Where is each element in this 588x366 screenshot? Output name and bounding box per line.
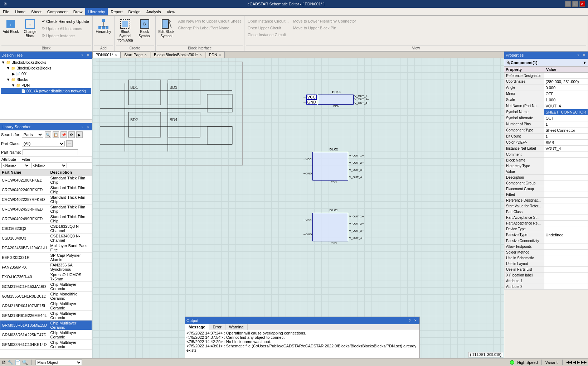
prop-value-cell[interactable] (544, 226, 588, 232)
menu-analysis[interactable]: Analysis (144, 8, 164, 15)
lib-table-row[interactable]: EEFGX0D331RSP-Cap/ Polymer Alumin (0, 253, 92, 263)
tree-arrow-001[interactable]: ▶ (11, 72, 16, 76)
tree-item-blocks[interactable]: ▼ 📁 Blocks (1, 77, 91, 82)
tab-pdn001-close[interactable]: ✕ (115, 53, 117, 57)
tree-item-pdn-001[interactable]: 📄 001 (A power distribution network) (1, 88, 91, 94)
part-class-more-icon[interactable]: ··· (66, 140, 73, 147)
tree-arrow-bbb[interactable]: ▼ (1, 60, 6, 64)
menu-file[interactable]: File (0, 8, 12, 15)
lib-table-row[interactable]: GRM033R61A225KE47DChip Multilayer Cerami… (0, 330, 92, 340)
prop-value-cell[interactable] (544, 278, 588, 284)
prop-value-cell[interactable]: 1 (544, 134, 588, 140)
tree-item-bbb-root[interactable]: ▼ 📁 BlocksBlocksBlocks (1, 59, 91, 65)
prop-value-cell[interactable]: VOUT_4 (544, 146, 588, 152)
prop-value-cell[interactable] (544, 175, 588, 180)
tree-arrow-blocks[interactable]: ▼ (6, 77, 11, 82)
output-tab-error[interactable]: Error (209, 324, 225, 330)
add-block-button[interactable]: + Add Block (1, 17, 20, 35)
prop-value-cell[interactable]: 1 (544, 121, 588, 127)
library-searcher-close-icon[interactable]: ✕ (86, 124, 91, 129)
prop-value-cell[interactable] (544, 73, 588, 79)
prop-value-cell[interactable] (544, 186, 588, 192)
prop-value-cell[interactable]: 0.000 (544, 85, 588, 91)
hierarchy-button[interactable]: Hierarchy (94, 17, 113, 35)
lib-table-row[interactable]: GRM033R61A105ME15DChip Multilayer Cerami… (0, 321, 92, 330)
lib-table-row[interactable]: CSD16323Q3CSD16323Q3 N-Channel (0, 224, 92, 233)
output-close-icon[interactable]: ✕ (413, 318, 418, 323)
tab-startpage[interactable]: Start Page ✕ (121, 52, 150, 58)
prop-value-cell[interactable] (544, 198, 588, 203)
output-tab-warning[interactable]: Warning (225, 324, 248, 330)
lib-table-row[interactable]: GRM21BR61E226ME44LChip Multilayer Cerami… (0, 311, 92, 321)
lib-table-row[interactable]: CRCW0402240RFKEDStandard Thick Film Chip (0, 185, 92, 195)
block-symbol-button[interactable]: B BlockSymbol (135, 17, 154, 39)
lib-table-row[interactable]: GCM2195C1H153JA16DChip Multilayer Cerami… (0, 282, 92, 292)
design-tree-help-icon[interactable]: ? (80, 53, 85, 58)
edit-block-symbol-button[interactable]: Edit BlockSymbol (157, 17, 176, 39)
prop-value-cell[interactable]: SMB (544, 140, 588, 146)
menu-report[interactable]: Report (108, 8, 125, 15)
prop-value-cell[interactable] (544, 244, 588, 250)
expand-icon[interactable]: ▼ (583, 61, 587, 65)
prop-value-cell[interactable] (544, 215, 588, 221)
prop-value-cell[interactable] (544, 192, 588, 198)
prop-value-cell[interactable]: VOUT_4 (544, 103, 588, 109)
menu-design[interactable]: Design (125, 8, 143, 15)
prop-value-cell[interactable]: SHEET_CONNECTOR (544, 109, 588, 115)
tree-item-001[interactable]: ▶ 📄 001 (1, 71, 91, 77)
properties-close-icon[interactable]: ✕ (582, 53, 587, 58)
nav-icon-3[interactable]: ▶ (577, 360, 580, 364)
search-icon1[interactable]: 🔍 (45, 131, 51, 138)
prop-value-cell[interactable]: OUT (544, 115, 588, 121)
lib-table-row[interactable]: CRCW0402100KFKEDStandard Thick Film Chip (0, 175, 92, 185)
part-class-select[interactable]: (All) (22, 141, 65, 146)
menu-draw[interactable]: Draw (71, 8, 86, 15)
prop-value-cell[interactable]: Sheet Connector (544, 127, 588, 134)
prop-value-cell[interactable] (544, 284, 588, 290)
prop-value-cell[interactable] (544, 221, 588, 226)
search-run-icon[interactable]: ▶ (76, 131, 83, 138)
prop-value-cell[interactable]: (280.000, 231.000) (544, 79, 588, 85)
tab-blocksblocksblocks[interactable]: BlocksBlocksBlocks/001* ✕ (151, 52, 205, 58)
check-hierarchy-button[interactable]: ✔ Check Hierarchy Update (40, 18, 91, 25)
prop-value-cell[interactable] (544, 158, 588, 163)
menu-sheet[interactable]: Sheet (28, 8, 44, 15)
menu-component[interactable]: Component (44, 8, 71, 15)
design-tree-close-icon[interactable]: ✕ (86, 53, 91, 58)
prop-value-cell[interactable]: OFF (544, 91, 588, 97)
tree-arrow-bbb-child[interactable]: ▼ (6, 66, 11, 70)
main-object-select[interactable]: Main Object (35, 360, 82, 365)
change-block-button[interactable]: ↔ Change Block (21, 17, 39, 39)
prop-value-cell[interactable] (544, 180, 588, 186)
properties-help-icon[interactable]: ? (576, 53, 581, 58)
search-icon3[interactable]: 📌 (60, 131, 67, 138)
lib-table-row[interactable]: FXO-HC736R-40XpressO HCMOS 7x5mm (0, 272, 92, 282)
close-button[interactable]: ✕ (579, 1, 585, 7)
lib-table-row[interactable]: GRM21BR60J107ME15LChip Multilayer Cerami… (0, 301, 92, 311)
minimize-button[interactable]: ─ (565, 1, 571, 7)
prop-value-cell[interactable] (544, 238, 588, 244)
prop-value-cell[interactable] (544, 163, 588, 169)
tab-pdn-close[interactable]: ✕ (219, 53, 222, 57)
block-symbol-from-area-button[interactable]: BlockSymbol from Area (116, 17, 135, 44)
prop-value-cell[interactable] (544, 267, 588, 273)
menu-view[interactable]: View (164, 8, 178, 15)
prop-value-cell[interactable] (544, 209, 588, 215)
attribute-select[interactable]: <None> (1, 163, 30, 168)
output-help-icon[interactable]: ? (407, 318, 412, 323)
tree-item-bbb-child[interactable]: ▼ 📁 BlocksBlocksBlocks (1, 65, 91, 71)
nav-icon-4[interactable]: ▶▶ (581, 360, 587, 364)
search-icon4[interactable]: ⚙ (68, 131, 75, 138)
tab-startpage-close[interactable]: ✕ (144, 53, 147, 57)
lib-table-row[interactable]: CSD16340Q3CSD16340Q3 N-Channel (0, 233, 92, 243)
lib-table-row[interactable]: GRM033R61C104KE14DChip Multilayer Cerami… (0, 340, 92, 350)
search-icon2[interactable]: 📋 (53, 131, 59, 138)
canvas-area[interactable]: BD1 BD2 BD3 BD4 BLK3 ─VCC (92, 58, 504, 358)
part-name-input[interactable] (23, 149, 78, 155)
lib-table-row[interactable]: DEA202450BT-1294C1-HMultilayer Band Pass… (0, 243, 92, 253)
prop-value-cell[interactable] (544, 169, 588, 175)
lib-table-row[interactable]: CRCW04022287RFKEDStandard Thick Film Chi… (0, 195, 92, 204)
tab-pdn[interactable]: PDN ✕ (206, 52, 225, 58)
lib-table-row[interactable]: GJM1555C1H1R0BB01DChip Monolithic Cerami… (0, 292, 92, 301)
library-searcher-help-icon[interactable]: ? (80, 124, 85, 129)
